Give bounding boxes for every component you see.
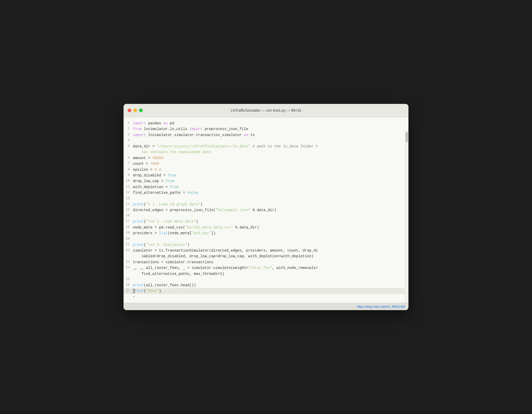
line-content	[133, 236, 405, 242]
line-number: 5	[124, 144, 133, 149]
line-content: hat contains the downloaded data	[133, 149, 405, 155]
code-line: 3import lnsimulator.simulator.transactio…	[124, 132, 405, 138]
line-content: sabled=drop_disabled, drop_low_cap=drop_…	[133, 253, 405, 259]
line-number	[124, 271, 133, 277]
line-content: drop_low_cap = True	[133, 178, 405, 184]
code-editor[interactable]: 1import pandas as pd2from lnsimulator.ln…	[124, 117, 408, 303]
code-line: 2from lnsimulator.ln_utils import prepro…	[124, 126, 405, 132]
code-line: 6amount = 60000	[124, 155, 405, 161]
line-content: _, _, all_router_fees, _ = simulator.sim…	[133, 265, 405, 271]
code-line: 10drop_low_cap = True	[124, 178, 405, 184]
line-content: print("Done")	[133, 288, 405, 294]
tilde-line: ~	[124, 294, 405, 300]
line-number: 17	[124, 219, 133, 224]
line-content: print(all_router_fees.head())	[133, 282, 405, 288]
line-number: 7	[124, 161, 133, 167]
line-number: 4	[124, 138, 133, 144]
minimize-button[interactable]	[133, 109, 137, 112]
line-number: 12	[124, 190, 133, 196]
line-number: 15	[124, 207, 133, 213]
code-line: sabled=drop_disabled, drop_low_cap=drop_…	[124, 253, 405, 259]
line-number: 22	[124, 248, 133, 253]
code-line: 24_, _, all_router_fees, _ = simulator.s…	[124, 265, 405, 271]
line-content: node_meta = pd.read_csv("%s/1ml_meta_dat…	[133, 225, 405, 230]
code-line: 16	[124, 213, 405, 219]
code-line: 14print("# 1. Load LN graph data")	[124, 202, 405, 207]
code-line: find_alternative_paths, max_threads=1)	[124, 271, 405, 277]
scrollbar[interactable]	[405, 131, 408, 303]
line-content: epsilon = 0.8	[133, 167, 405, 173]
code-line: 1import pandas as pd	[124, 120, 405, 126]
traffic-lights	[128, 109, 143, 112]
line-number: 10	[124, 178, 133, 184]
line-content: simulator = ts.TransactionSimulator(dire…	[133, 248, 405, 253]
line-number: 6	[124, 155, 133, 161]
line-number: 24	[124, 265, 133, 271]
line-content: find_alternative_paths = False	[133, 190, 405, 196]
line-number: 1	[124, 120, 133, 126]
line-content: data_dir = "/Users/yzyzzzz/LNTrafficSimu…	[133, 144, 405, 149]
line-number: 14	[124, 202, 133, 207]
close-button[interactable]	[128, 109, 131, 112]
line-number: 13	[124, 196, 133, 202]
line-number: 21	[124, 242, 133, 248]
titlebar: LNTrafficSimulator — vim test1.py — 89×3…	[124, 104, 408, 117]
line-number: 9	[124, 173, 133, 178]
line-number: 26	[124, 282, 133, 288]
code-line: 27print("Done")	[124, 288, 405, 294]
statusbar: https://blog.csdn.net/m0_46501404	[124, 303, 408, 310]
line-number: 23	[124, 259, 133, 265]
line-content: directed_edges = preprocess_json_file("%…	[133, 207, 405, 213]
code-line: 25	[124, 277, 405, 282]
window-title: LNTrafficSimulator — vim test1.py — 89×3…	[231, 108, 301, 112]
line-number: 11	[124, 184, 133, 190]
line-number: 16	[124, 213, 133, 219]
line-number: 27	[124, 288, 133, 294]
fullscreen-button[interactable]	[139, 109, 143, 112]
code-line: 22simulator = ts.TransactionSimulator(di…	[124, 248, 405, 253]
statusbar-url: https://blog.csdn.net/m0_46501404	[357, 305, 405, 309]
scrollbar-thumb[interactable]	[406, 132, 408, 142]
line-content	[133, 277, 405, 282]
line-content	[133, 196, 405, 202]
line-content: drop_disabled = True	[133, 173, 405, 178]
line-content: import pandas as pd	[133, 120, 405, 126]
code-line: 4	[124, 138, 405, 144]
line-number: 25	[124, 277, 133, 282]
line-content: providers = list(node_meta["pub_key"])	[133, 230, 405, 236]
line-content: amount = 60000	[133, 155, 405, 161]
line-content: transactions = simulator.transactions	[133, 259, 405, 265]
code-line: 26print(all_router_fees.head())	[124, 282, 405, 288]
line-number: 3	[124, 132, 133, 138]
code-line: 19providers = list(node_meta["pub_key"])	[124, 230, 405, 236]
code-line: 5data_dir = "/Users/yzyzzzz/LNTrafficSim…	[124, 144, 405, 149]
line-content: find_alternative_paths, max_threads=1)	[133, 271, 405, 277]
line-number: 18	[124, 225, 133, 230]
line-content	[133, 138, 405, 144]
code-line: hat contains the downloaded data	[124, 149, 405, 155]
line-content: import lnsimulator.simulator.transaction…	[133, 132, 405, 138]
code-line: 18node_meta = pd.read_csv("%s/1ml_meta_d…	[124, 225, 405, 230]
line-number: 19	[124, 230, 133, 236]
code-line: 20	[124, 236, 405, 242]
code-line: 11with_depletion = True	[124, 184, 405, 190]
line-content: print("# 1. Load LN graph data")	[133, 202, 405, 207]
code-line: 13	[124, 196, 405, 202]
line-number	[124, 253, 133, 259]
line-number: 8	[124, 167, 133, 173]
code-line: 15directed_edges = preprocess_json_file(…	[124, 207, 405, 213]
vim-window: LNTrafficSimulator — vim test1.py — 89×3…	[124, 104, 408, 310]
line-content: with_depletion = True	[133, 184, 405, 190]
code-line: 12find_alternative_paths = False	[124, 190, 405, 196]
code-line: 8epsilon = 0.8	[124, 167, 405, 173]
line-number: 20	[124, 236, 133, 242]
line-content	[133, 213, 405, 219]
line-number: 2	[124, 126, 133, 132]
line-content: from lnsimulator.ln_utils import preproc…	[133, 126, 405, 132]
line-content: print("\n# 2. Load meta data")	[133, 219, 405, 224]
code-line: 17print("\n# 2. Load meta data")	[124, 219, 405, 224]
code-line: 23transactions = simulator.transactions	[124, 259, 405, 265]
code-line: 21print("\n# 3. Simulation")	[124, 242, 405, 248]
line-number	[124, 149, 133, 155]
code-line: 7count = 7000	[124, 161, 405, 167]
